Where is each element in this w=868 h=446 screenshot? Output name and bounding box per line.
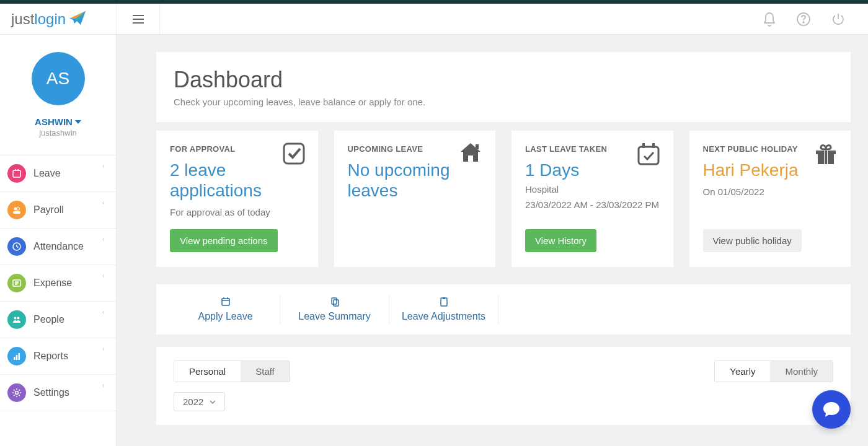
action-links-row: Apply Leave Leave Summary Leave Adjustme…: [156, 284, 851, 334]
svg-rect-19: [14, 357, 16, 360]
leave-summary-link[interactable]: Leave Summary: [280, 294, 389, 325]
sidebar-item-label: People: [33, 314, 108, 325]
logo[interactable]: justlogin: [0, 4, 117, 35]
logo-part2: login: [34, 11, 66, 27]
sidebar-item-label: Payroll: [33, 204, 108, 216]
chevron-left-icon: ‹: [102, 381, 105, 390]
svg-rect-9: [13, 170, 20, 177]
page-title: Dashboard: [174, 67, 833, 93]
topbar: justlogin: [0, 4, 868, 35]
sidebar-item-people[interactable]: People ‹: [0, 301, 116, 338]
card-last-leave: LAST LEAVE TAKEN 1 Days Hospital 23/03/2…: [512, 131, 673, 267]
chat-fab[interactable]: [812, 390, 851, 429]
copy-icon: [280, 297, 389, 308]
svg-rect-25: [639, 147, 658, 164]
svg-rect-23: [284, 144, 304, 164]
sidebar-item-payroll[interactable]: Payroll ‹: [0, 191, 116, 228]
sidebar-item-expense[interactable]: Expense ‹: [0, 265, 116, 301]
tab-monthly[interactable]: Monthly: [770, 361, 833, 382]
card-value: No upcoming leaves: [348, 160, 482, 201]
apply-leave-link[interactable]: Apply Leave: [171, 294, 280, 325]
svg-rect-31: [825, 151, 827, 164]
chevron-left-icon: ‹: [102, 162, 105, 170]
view-pending-actions-button[interactable]: View pending actions: [170, 229, 278, 252]
sidebar-item-label: Reports: [33, 351, 108, 362]
svg-point-17: [14, 317, 17, 320]
power-icon[interactable]: [831, 12, 846, 27]
personal-staff-tabs: Personal Staff: [174, 361, 290, 382]
home-icon: [458, 142, 483, 164]
card-for-approval: FOR APPROVAL 2 leave applications For ap…: [156, 131, 318, 267]
tab-personal[interactable]: Personal: [174, 361, 241, 382]
svg-point-22: [16, 391, 19, 395]
card-upcoming-leave: UPCOMING LEAVE No upcoming leaves: [334, 131, 496, 267]
chevron-left-icon: ‹: [102, 308, 105, 317]
paste-icon: [389, 297, 498, 308]
action-link-label: Apply Leave: [198, 311, 252, 321]
username-dropdown[interactable]: ASHWIN: [35, 116, 81, 127]
main-content: Dashboard Check your upcoming leaves, le…: [117, 35, 868, 446]
reports-icon: [7, 347, 26, 365]
card-value: 2 leave applications: [170, 160, 304, 201]
checkbox-icon: [282, 142, 306, 165]
tab-staff[interactable]: Staff: [241, 361, 290, 382]
hamburger-menu[interactable]: [117, 4, 160, 35]
svg-rect-24: [476, 144, 479, 149]
gift-icon: [813, 142, 838, 165]
help-icon[interactable]: [796, 12, 811, 27]
avatar: AS: [32, 52, 85, 105]
chat-icon: [822, 401, 841, 418]
sidebar-item-reports[interactable]: Reports ‹: [0, 338, 116, 374]
caret-down-icon: [75, 120, 81, 124]
sidebar: AS ASHWIN justashwin Leave ‹ Payroll ‹ A…: [0, 35, 117, 446]
sidebar-item-label: Expense: [33, 278, 108, 289]
leave-adjustments-link[interactable]: Leave Adjustments: [389, 294, 498, 325]
svg-rect-3: [133, 15, 144, 16]
svg-point-18: [17, 317, 20, 320]
people-icon: [7, 310, 26, 329]
view-history-button[interactable]: View History: [525, 229, 596, 252]
svg-rect-10: [15, 169, 16, 171]
page-subtitle: Check your upcoming leaves, leave balanc…: [174, 97, 833, 107]
leave-icon: [7, 164, 26, 183]
svg-rect-4: [133, 19, 144, 20]
calendar-icon: [171, 297, 280, 308]
svg-rect-5: [133, 22, 144, 24]
svg-rect-36: [443, 297, 445, 299]
year-value: 2022: [183, 396, 203, 407]
card-leave-period: 23/03/2022 AM - 23/03/2022 PM: [525, 198, 660, 211]
card-subtext: For approval as of today: [170, 207, 304, 217]
tab-yearly[interactable]: Yearly: [715, 361, 770, 382]
tabs-panel: Personal Staff Yearly Monthly 2022: [156, 347, 851, 425]
svg-point-7: [803, 22, 804, 23]
yearly-monthly-tabs: Yearly Monthly: [714, 361, 833, 382]
bell-icon[interactable]: [763, 12, 776, 27]
chevron-left-icon: ‹: [102, 344, 105, 353]
svg-rect-27: [652, 143, 655, 148]
sidebar-item-attendance[interactable]: Attendance ‹: [0, 228, 116, 265]
year-select[interactable]: 2022: [174, 392, 225, 411]
sidebar-item-leave[interactable]: Leave ‹: [0, 155, 116, 191]
logo-part1: just: [11, 11, 34, 27]
chevron-left-icon: ‹: [102, 198, 105, 207]
plane-icon: [68, 10, 87, 28]
user-handle: justashwin: [39, 128, 77, 138]
settings-icon: [7, 383, 26, 402]
attendance-icon: [7, 237, 26, 256]
svg-rect-34: [334, 300, 339, 306]
svg-rect-26: [642, 143, 645, 148]
card-leave-type: Hospital: [525, 183, 660, 196]
view-public-holiday-button[interactable]: View public holiday: [703, 229, 802, 252]
svg-rect-14: [13, 211, 20, 214]
username-label: ASHWIN: [35, 116, 73, 127]
calendar-check-icon: [636, 142, 661, 167]
chevron-left-icon: ‹: [102, 271, 105, 280]
sidebar-item-settings[interactable]: Settings ‹: [0, 374, 116, 411]
svg-rect-21: [19, 353, 20, 360]
card-holiday-date: On 01/05/2022: [703, 186, 838, 197]
svg-rect-33: [332, 298, 337, 304]
sidebar-item-label: Settings: [33, 387, 108, 398]
action-link-label: Leave Summary: [298, 311, 371, 321]
chevron-left-icon: ‹: [102, 235, 105, 243]
profile-section: AS ASHWIN justashwin: [0, 35, 116, 149]
